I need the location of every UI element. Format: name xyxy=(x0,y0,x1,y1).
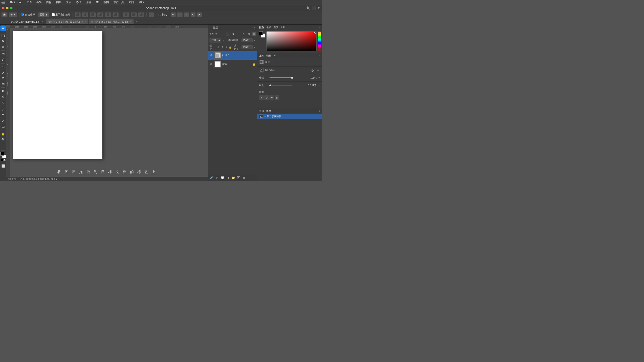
layer-new-btn[interactable] xyxy=(236,176,241,180)
filter-pixel[interactable]: ⬛ xyxy=(225,32,230,36)
props-menu[interactable]: ≡ xyxy=(319,54,320,57)
tab-doc2[interactable]: 未标题-2 @ 33.3% (层 1, RGB/8) ✕ xyxy=(46,19,88,24)
layer-delete-btn[interactable]: 🗑 xyxy=(242,176,246,180)
feather-slider[interactable] xyxy=(270,85,292,86)
shape-edit-btn[interactable]: ✏ xyxy=(316,68,320,72)
tool-eyedropper[interactable] xyxy=(0,57,6,62)
density-expand[interactable]: ▼ xyxy=(318,76,320,79)
tool-heal[interactable] xyxy=(0,64,6,70)
tabs-scroll-left[interactable]: ◀◀ xyxy=(1,1,5,4)
menu-image[interactable]: 图像 xyxy=(44,0,54,5)
layer-row-shape[interactable]: 👁 社鹿 1 xyxy=(208,51,257,60)
reset-colors-icon[interactable] xyxy=(1,159,3,161)
layers-panel-close[interactable]: × xyxy=(254,26,255,29)
tool-pen[interactable] xyxy=(0,107,6,112)
tab1-close[interactable]: ✕ xyxy=(41,20,43,23)
close-button[interactable] xyxy=(2,7,4,10)
menu-help[interactable]: 帮助 xyxy=(137,0,146,5)
align-hcenter[interactable]: ⬛ xyxy=(105,12,111,17)
menu-view[interactable]: 视图 xyxy=(102,0,111,5)
color-tab-pattern[interactable]: 图案 xyxy=(281,26,286,29)
more-options[interactable]: ··· xyxy=(149,12,154,17)
tab-doc3[interactable]: 未标题-3 @ 33.3% (社鹿 1, RGB/8) ✕ xyxy=(89,19,134,24)
opacity-input[interactable] xyxy=(242,38,253,42)
fg-color-preview[interactable] xyxy=(259,31,263,35)
menu-edit[interactable]: 编辑 xyxy=(35,0,44,5)
color-tab-color[interactable]: 颜色 xyxy=(259,26,264,29)
distribute-vcenter[interactable]: ⬛ xyxy=(130,12,137,17)
filter-toggle[interactable] xyxy=(252,32,256,36)
tool-text[interactable]: T xyxy=(0,113,6,118)
lock-move[interactable]: ✥ xyxy=(221,46,224,49)
blend-expand[interactable]: ▼ xyxy=(222,39,224,42)
tool-more[interactable]: ··· xyxy=(0,144,6,150)
3d-rotate[interactable]: ↺ xyxy=(170,12,176,17)
layer-visibility-background[interactable]: 👁 xyxy=(210,62,213,66)
3d-slide[interactable]: ▶ xyxy=(197,12,202,17)
tool-path-select[interactable] xyxy=(0,118,6,124)
menu-plugins[interactable]: 增效工具 xyxy=(112,0,126,5)
props-tab-library[interactable]: 库 xyxy=(274,54,276,58)
filter-smart[interactable]: ⊙ xyxy=(246,32,251,36)
color-tab-gradient[interactable]: 渐变 xyxy=(274,26,278,29)
show-transform-checkbox[interactable] xyxy=(52,13,55,16)
tool-zoom[interactable]: 🔍 xyxy=(0,137,6,142)
move-tool-options[interactable]: ✥ ▼ xyxy=(9,12,17,17)
tool-select-lasso[interactable] xyxy=(0,38,6,44)
minimize-button[interactable] xyxy=(6,7,8,10)
tab3-close[interactable]: ✕ xyxy=(130,20,132,23)
layers-filter-dropdown[interactable]: ▼ xyxy=(215,32,218,36)
color-saturation-value-picker[interactable] xyxy=(266,31,317,52)
filter-text[interactable]: T xyxy=(236,32,240,36)
layers-panel-menu[interactable]: ≡ xyxy=(251,26,253,29)
tab2-close[interactable]: ✕ xyxy=(84,20,86,23)
shape-link-btn[interactable]: 🔗 xyxy=(311,68,315,72)
share-icon[interactable]: ⬆ xyxy=(318,6,320,10)
props-tab-adjustments[interactable]: 调整 xyxy=(266,54,271,58)
tool-dodge[interactable] xyxy=(0,100,6,105)
3d-scale[interactable]: ⤢ xyxy=(184,12,189,17)
filter-shape[interactable]: ◻ xyxy=(241,32,246,36)
adj-trash-btn[interactable]: 🗑 xyxy=(274,95,279,100)
layers-panel-collapse[interactable]: ▼ xyxy=(1,26,4,29)
density-slider[interactable] xyxy=(270,77,292,78)
layer-select-dropdown[interactable]: 图层 ▼ xyxy=(38,12,49,17)
lock-pixels[interactable]: ⊞ xyxy=(217,46,220,49)
tabs-expand[interactable]: ▼ xyxy=(134,20,140,23)
menu-3d[interactable]: 3D xyxy=(94,0,100,4)
canvas-info-arrow[interactable]: ▶ xyxy=(56,178,58,180)
channels-tab-paths[interactable]: 路径 xyxy=(266,109,271,113)
layer-group-btn[interactable]: 📁 xyxy=(231,176,236,180)
distribute-bottom[interactable]: ⬛ xyxy=(138,12,144,17)
tool-eraser[interactable] xyxy=(0,81,6,86)
adj-grid-btn[interactable]: ⊞ xyxy=(259,95,264,100)
search-icon[interactable]: 🔍 xyxy=(306,6,310,10)
maximize-button[interactable] xyxy=(10,7,12,10)
mask-icon[interactable] xyxy=(259,60,264,64)
swap-colors-icon[interactable]: ⇄ xyxy=(3,159,6,161)
arrange-icon[interactable]: ⬛ xyxy=(312,6,316,10)
tool-screen-mode[interactable]: ⬜ xyxy=(0,163,6,168)
menu-window[interactable]: 窗口 xyxy=(127,0,136,5)
fill-input[interactable] xyxy=(242,46,253,49)
align-left[interactable]: ⬛ xyxy=(97,12,104,17)
auto-select-checkbox[interactable] xyxy=(22,13,24,16)
align-vcenter[interactable]: ⬛ xyxy=(82,12,88,17)
align-top[interactable]: ⬛ xyxy=(74,12,81,17)
tool-hand[interactable]: ✋ xyxy=(0,131,6,136)
align-right[interactable]: ⬛ xyxy=(112,12,119,17)
props-tab-attributes[interactable]: 属性 xyxy=(259,54,264,58)
tool-shape[interactable] xyxy=(0,124,6,129)
color-panel-menu[interactable]: ≡ xyxy=(319,26,320,28)
home-button[interactable]: 🏠 xyxy=(1,12,8,17)
lock-artboard[interactable]: ⊕ xyxy=(225,46,228,49)
layer-visibility-shape[interactable]: 👁 xyxy=(210,54,213,57)
shape-path-icon[interactable] xyxy=(259,68,264,72)
menu-filter[interactable]: 滤镜 xyxy=(84,0,93,5)
distribute-top[interactable]: ⬛ xyxy=(123,12,129,17)
menu-text[interactable]: 文字 xyxy=(64,0,73,5)
adj-invert-btn[interactable]: ◑ xyxy=(264,95,269,100)
menu-select[interactable]: 选择 xyxy=(74,0,83,5)
layer-row-background[interactable]: 👁 背景 🔒 xyxy=(208,60,257,69)
fill-expand[interactable]: ▼ xyxy=(254,46,256,48)
